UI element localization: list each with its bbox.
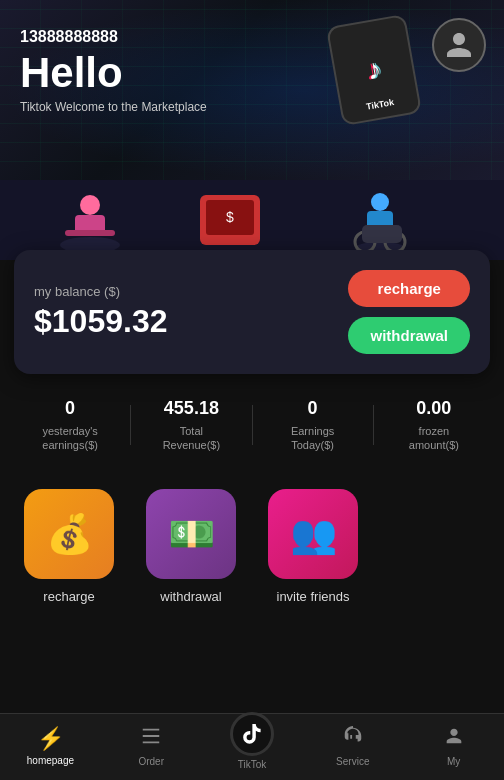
nav-label-order: Order	[138, 756, 164, 767]
withdrawal-icon: 💵	[168, 512, 215, 556]
nav-label-tiktok: TikTok	[238, 759, 267, 770]
invite-icon-box: 👥	[268, 489, 358, 579]
nav-homepage[interactable]: ⚡ homepage	[0, 726, 101, 766]
quick-item-invite[interactable]: 👥 invite friends	[258, 489, 368, 604]
greeting-text: Hello	[20, 50, 484, 96]
svg-point-9	[371, 193, 389, 211]
phone-number: 13888888888	[20, 28, 484, 46]
recharge-button[interactable]: recharge	[348, 270, 470, 307]
stat-label-2: EarningsToday($)	[253, 424, 373, 453]
quick-item-recharge[interactable]: 💰 recharge	[14, 489, 124, 604]
withdrawal-icon-box: 💵	[146, 489, 236, 579]
quick-access-section: 💰 recharge 💵 withdrawal 👥 invite friends	[0, 469, 504, 620]
stat-total-revenue: 455.18 TotalRevenue($)	[131, 398, 251, 453]
nav-my[interactable]: My	[403, 725, 504, 767]
quick-grid: 💰 recharge 💵 withdrawal 👥 invite friends	[14, 489, 490, 604]
svg-rect-13	[362, 225, 402, 243]
homepage-icon: ⚡	[37, 726, 64, 752]
illustration-svg: $	[0, 180, 504, 260]
withdrawal-button[interactable]: withdrawal	[348, 317, 470, 354]
quick-label-recharge: recharge	[43, 589, 94, 604]
stat-label-0: yesterday'searnings($)	[10, 424, 130, 453]
tiktok-nav-icon	[230, 712, 274, 756]
stat-value-0: 0	[10, 398, 130, 419]
stat-value-1: 455.18	[131, 398, 251, 419]
nav-label-homepage: homepage	[27, 755, 74, 766]
nav-label-my: My	[447, 756, 460, 767]
stat-frozen-amount: 0.00 frozenamount($)	[374, 398, 494, 453]
stat-yesterday-earnings: 0 yesterday'searnings($)	[10, 398, 130, 453]
stats-row: 0 yesterday'searnings($) 455.18 TotalRev…	[0, 374, 504, 469]
recharge-icon: 💰	[46, 512, 93, 556]
stat-value-3: 0.00	[374, 398, 494, 419]
balance-amount: $1059.32	[34, 303, 167, 340]
nav-service[interactable]: Service	[302, 725, 403, 767]
svg-text:$: $	[226, 209, 234, 225]
illustration-band: $	[0, 180, 504, 260]
bottom-navigation: ⚡ homepage Order TikTok Service	[0, 713, 504, 780]
order-icon	[140, 725, 162, 753]
my-icon	[443, 725, 465, 753]
stat-value-2: 0	[253, 398, 373, 419]
balance-info: my balance ($) $1059.32	[34, 284, 167, 340]
stat-earnings-today: 0 EarningsToday($)	[253, 398, 373, 453]
header-section: ♪ TikTok 13888888888 Hello Tiktok Welcom…	[0, 0, 504, 180]
header-subtitle: Tiktok Welcome to the Marketplace	[20, 100, 484, 114]
svg-point-2	[80, 195, 100, 215]
balance-card: my balance ($) $1059.32 recharge withdra…	[14, 250, 490, 374]
quick-label-withdrawal: withdrawal	[160, 589, 221, 604]
invite-friends-icon: 👥	[290, 512, 337, 556]
balance-row: my balance ($) $1059.32 recharge withdra…	[34, 270, 470, 354]
service-icon	[342, 725, 364, 753]
svg-rect-4	[65, 230, 115, 236]
quick-item-withdrawal[interactable]: 💵 withdrawal	[136, 489, 246, 604]
nav-label-service: Service	[336, 756, 369, 767]
stat-label-1: TotalRevenue($)	[131, 424, 251, 453]
nav-tiktok[interactable]: TikTok	[202, 722, 303, 770]
stat-label-3: frozenamount($)	[374, 424, 494, 453]
quick-label-invite: invite friends	[277, 589, 350, 604]
balance-buttons: recharge withdrawal	[348, 270, 470, 354]
nav-order[interactable]: Order	[101, 725, 202, 767]
balance-label: my balance ($)	[34, 284, 167, 299]
recharge-icon-box: 💰	[24, 489, 114, 579]
